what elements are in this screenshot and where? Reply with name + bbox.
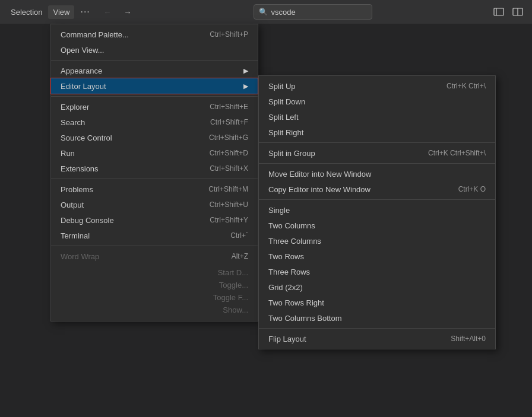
submenu-item-split-right[interactable]: Split Right xyxy=(259,125,495,140)
menu-item-search[interactable]: Search Ctrl+Shift+F xyxy=(51,114,258,130)
svg-rect-0 xyxy=(494,8,504,15)
layout-icon xyxy=(512,8,523,16)
editor-layout-submenu: Split Up Ctrl+K Ctrl+\ Split Down Split … xyxy=(258,75,496,349)
sub-separator-3 xyxy=(259,199,495,200)
titlebar: Selection View ··· ← → 🔍 xyxy=(0,0,532,24)
truncated-start-d: Start D... xyxy=(218,266,248,279)
submenu-item-two-rows[interactable]: Two Rows xyxy=(259,249,495,264)
sidebar-toggle-button[interactable] xyxy=(490,4,507,20)
submenu-item-three-columns[interactable]: Three Columns xyxy=(259,233,495,249)
separator-3 xyxy=(51,179,258,179)
forward-button[interactable]: → xyxy=(120,4,135,20)
search-input[interactable] xyxy=(271,8,368,17)
main-area: Command Palette... Ctrl+Shift+P Open Vie… xyxy=(0,24,532,417)
menu-item-problems[interactable]: Problems Ctrl+Shift+M xyxy=(51,182,258,197)
menu-item-word-wrap: Word Wrap Alt+Z xyxy=(51,249,258,264)
submenu-item-two-rows-right[interactable]: Two Rows Right xyxy=(259,295,495,310)
submenu-item-split-up[interactable]: Split Up Ctrl+K Ctrl+\ xyxy=(259,78,495,94)
menu-item-command-palette[interactable]: Command Palette... Ctrl+Shift+P xyxy=(51,27,258,42)
submenu-item-split-down[interactable]: Split Down xyxy=(259,94,495,109)
menu-view[interactable]: View xyxy=(48,5,74,19)
submenu-item-two-columns-bottom[interactable]: Two Columns Bottom xyxy=(259,310,495,326)
layout-toggle-button[interactable] xyxy=(509,4,526,20)
truncated-toggle-f: Toggle F... xyxy=(213,291,248,304)
menu-item-editor-layout[interactable]: Editor Layout ▶ xyxy=(51,78,258,94)
submenu-item-split-in-group[interactable]: Split in Group Ctrl+K Ctrl+Shift+\ xyxy=(259,145,495,161)
sub-separator-2 xyxy=(259,163,495,164)
menu-selection[interactable]: Selection xyxy=(6,5,47,19)
separator-1 xyxy=(51,60,258,61)
submenu-item-single[interactable]: Single xyxy=(259,202,495,218)
submenu-item-copy-editor[interactable]: Copy Editor into New Window Ctrl+K O xyxy=(259,182,495,197)
sidebar-icon xyxy=(493,8,504,16)
menu-item-terminal[interactable]: Terminal Ctrl+` xyxy=(51,228,258,243)
menu-item-extensions[interactable]: Extensions Ctrl+Shift+X xyxy=(51,161,258,176)
separator-4 xyxy=(51,246,258,246)
more-icon: ··· xyxy=(80,7,90,17)
search-icon: 🔍 xyxy=(259,8,268,16)
menu-item-explorer[interactable]: Explorer Ctrl+Shift+E xyxy=(51,99,258,114)
truncated-show: Show... xyxy=(223,304,248,316)
truncated-toggle: Toggle... xyxy=(219,279,248,291)
submenu-item-three-rows[interactable]: Three Rows xyxy=(259,264,495,279)
view-menu: Command Palette... Ctrl+Shift+P Open Vie… xyxy=(50,24,258,321)
menu-item-appearance[interactable]: Appearance ▶ xyxy=(51,63,258,78)
separator-2 xyxy=(51,96,258,97)
menu-item-run[interactable]: Run Ctrl+Shift+D xyxy=(51,145,258,161)
back-button[interactable]: ← xyxy=(100,4,115,20)
titlebar-right xyxy=(490,4,526,20)
submenu-item-two-columns[interactable]: Two Columns xyxy=(259,218,495,233)
menu-item-source-control[interactable]: Source Control Ctrl+Shift+G xyxy=(51,130,258,145)
submenu-item-flip-layout[interactable]: Flip Layout Shift+Alt+0 xyxy=(259,331,495,346)
sub-separator-1 xyxy=(259,142,495,143)
menu-item-debug-console[interactable]: Debug Console Ctrl+Shift+Y xyxy=(51,212,258,228)
submenu-item-move-editor[interactable]: Move Editor into New Window xyxy=(259,166,495,182)
menu-more[interactable]: ··· xyxy=(75,4,94,20)
submenu-item-split-left[interactable]: Split Left xyxy=(259,109,495,125)
submenu-item-grid-2x2[interactable]: Grid (2x2) xyxy=(259,279,495,295)
menu-item-output[interactable]: Output Ctrl+Shift+U xyxy=(51,197,258,212)
menu-item-open-view[interactable]: Open View... xyxy=(51,42,258,58)
sub-separator-4 xyxy=(259,328,495,329)
search-bar[interactable]: 🔍 xyxy=(254,4,373,20)
titlebar-menu: Selection View ··· xyxy=(6,4,95,20)
